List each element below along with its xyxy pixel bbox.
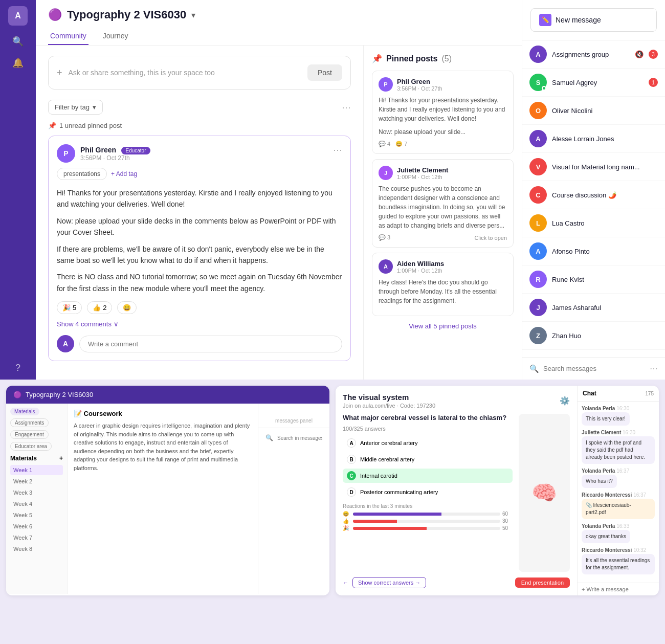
new-message-button[interactable]: ✏️ New message	[530, 8, 657, 32]
message-item-samuel[interactable]: S Samuel Aggrey 1	[522, 69, 665, 97]
bottom-left-panel: 🟣 Typography 2 VIS6030 Materials Assignm…	[6, 386, 329, 595]
plus-icon: +	[57, 68, 62, 78]
view-all-link[interactable]: View all 5 pinned posts	[409, 322, 477, 330]
week-item-5[interactable]: Week 5	[10, 510, 63, 520]
msg-badge-assignments: 3	[649, 50, 658, 59]
bp-title: Typography 2 VIS6030	[26, 391, 93, 398]
option-c-text: Internal carotid	[360, 473, 397, 479]
pinned-count: (5)	[441, 54, 452, 63]
option-d-text: Posterior communicating artery	[360, 489, 438, 495]
message-item-afonso[interactable]: A Afonso Pinto	[522, 237, 665, 265]
message-item-alesse[interactable]: A Alesse Lorrain Jones	[522, 125, 665, 153]
option-a[interactable]: A Anterior cerebral artery	[343, 436, 513, 450]
main-post-card: P Phil Green Educator 3:56PM · Oct 27th …	[48, 136, 351, 361]
help-icon[interactable]: ?	[15, 363, 20, 373]
notifications-icon[interactable]: 🔔	[12, 57, 24, 69]
week-item-6[interactable]: Week 6	[10, 521, 63, 531]
msg-avatar-james: J	[529, 299, 547, 316]
educator-badge: Educator	[121, 147, 150, 154]
add-tag-button[interactable]: + Add tag	[111, 170, 137, 177]
week-item-8[interactable]: Week 8	[10, 544, 63, 554]
chat-bubble-5: okay great thanks	[582, 530, 630, 543]
week-item-2[interactable]: Week 2	[10, 476, 63, 486]
post-author-avatar: P	[57, 144, 75, 163]
post-time: 3:56PM · Oct 27th	[80, 154, 150, 162]
message-item-visual[interactable]: V Visual for Material long nam...	[522, 153, 665, 181]
week-item-3[interactable]: Week 3	[10, 487, 63, 498]
bp-tab-assignments[interactable]: Assignments	[10, 418, 49, 427]
main-panel: 🟣 Typography 2 VIS6030 ▾ Community Journ…	[36, 0, 522, 380]
post-tag[interactable]: presentations	[57, 168, 107, 180]
post-button[interactable]: Post	[307, 64, 342, 81]
pinned-text-3: Hey class! Here's the doc you should go …	[379, 278, 507, 305]
msg-avatar-visual: V	[529, 158, 547, 175]
pinned-author-avatar-3: A	[379, 259, 393, 274]
pinned-title: Pinned posts	[386, 54, 437, 63]
week-item-7[interactable]: Week 7	[10, 532, 63, 543]
msg-name-assignments: Assignments group	[552, 51, 630, 58]
search-box: 🔍 ⋯	[522, 357, 665, 380]
reactions-bar: Reactions in the last 3 minutes 😄 60 👍 3…	[343, 503, 513, 531]
reaction-thumbs[interactable]: 👍 2	[87, 301, 112, 314]
show-comments-button[interactable]: Show 4 comments ∨	[57, 320, 342, 328]
show-answers-button[interactable]: Show correct answers →	[352, 577, 426, 588]
message-item-oliver[interactable]: O Oliver Nicolini	[522, 97, 665, 125]
pinned-post-3[interactable]: A Aiden Williams 1:00PM · Oct 12th Hey c…	[372, 253, 514, 316]
tab-journey[interactable]: Journey	[101, 28, 130, 45]
tab-community[interactable]: Community	[48, 28, 88, 45]
pinned-header: 📌 Pinned posts (5)	[372, 54, 514, 63]
pinned-meta-2: 💬 3 Click to open	[379, 234, 507, 241]
more-menu[interactable]: ⋯	[342, 102, 351, 113]
message-item-lua[interactable]: L Lua Castro	[522, 209, 665, 237]
end-presentation-button[interactable]: End presentation	[515, 578, 570, 588]
bp-tab-educator[interactable]: Educator area	[10, 442, 52, 451]
chat-input[interactable]	[582, 586, 655, 592]
msg-name-visual: Visual for Material long nam...	[552, 163, 658, 171]
message-item-zhan[interactable]: Z Zhan Huo	[522, 322, 665, 350]
reaction-celebrate[interactable]: 🎉 5	[57, 301, 82, 314]
pinned-pin-icon: 📌	[372, 54, 382, 63]
week-item-4[interactable]: Week 4	[10, 499, 63, 509]
add-section-button[interactable]: +	[59, 455, 63, 462]
course-icon: 🟣	[48, 8, 62, 21]
click-to-open[interactable]: Click to open	[474, 235, 507, 241]
reaction-smile[interactable]: 😄	[117, 301, 137, 314]
option-c[interactable]: C Internal carotid	[343, 469, 513, 483]
message-item-assignments[interactable]: A Assignments group 🔇 3	[522, 40, 665, 69]
week-item-1[interactable]: Week 1	[10, 465, 63, 475]
pinned-post-1[interactable]: P Phil Green 3:56PM · Oct 27th Hi! Thank…	[372, 71, 514, 154]
prev-button[interactable]: ←	[343, 580, 348, 586]
chat-sender-2: Juliette Clement 16:30	[582, 430, 655, 435]
option-d[interactable]: D Posterior communicating artery	[343, 485, 513, 499]
quiz-settings-icon[interactable]: ⚙️	[560, 396, 570, 406]
option-b[interactable]: B Middle cerebral artery	[343, 452, 513, 467]
search-messages-input[interactable]	[543, 365, 646, 372]
msg-avatar-zhan: Z	[529, 327, 547, 344]
post-placeholder[interactable]: Ask or share something, this is your spa…	[69, 69, 301, 77]
filter-by-tag[interactable]: Filter by tag ▾	[48, 100, 103, 115]
chat-sender-1: Yolanda Perla 16:30	[582, 406, 655, 411]
bp-search-input[interactable]	[277, 435, 322, 441]
title-chevron[interactable]: ▾	[191, 10, 195, 20]
message-item-rune[interactable]: R Rune Kvist	[522, 265, 665, 294]
comment-input[interactable]	[79, 336, 342, 352]
user-avatar[interactable]: A	[8, 6, 28, 26]
main-sidebar: A 🔍 🔔 ?	[0, 0, 36, 380]
coursework-body: A career in graphic design requires inte…	[74, 421, 252, 472]
search-more-icon[interactable]: ⋯	[650, 364, 658, 373]
post-more-button[interactable]: ⋯	[333, 144, 342, 156]
message-item-course[interactable]: C Course discussion 🌶️	[522, 181, 665, 209]
filter-label: Filter by tag	[55, 103, 90, 111]
msg-avatar-course: C	[529, 186, 547, 204]
chat-sender-5: Yolanda Perla 16:33	[582, 523, 655, 529]
bp-tab-materials[interactable]: Materials	[10, 408, 39, 415]
chat-input-row	[578, 583, 659, 595]
message-item-james[interactable]: J James Asharaful	[522, 294, 665, 322]
bp-tab-engagement[interactable]: Engagement	[10, 430, 49, 439]
new-message-icon: ✏️	[539, 14, 551, 26]
bottom-panels: 🟣 Typography 2 VIS6030 Materials Assignm…	[0, 380, 665, 602]
pinned-post-2[interactable]: J Juliette Clement 1:00PM · Oct 12th The…	[372, 159, 514, 248]
search-icon[interactable]: 🔍	[12, 36, 24, 47]
quiz-options: A Anterior cerebral artery B Middle cere…	[343, 436, 513, 499]
msg-avatar-alesse: A	[529, 130, 547, 147]
